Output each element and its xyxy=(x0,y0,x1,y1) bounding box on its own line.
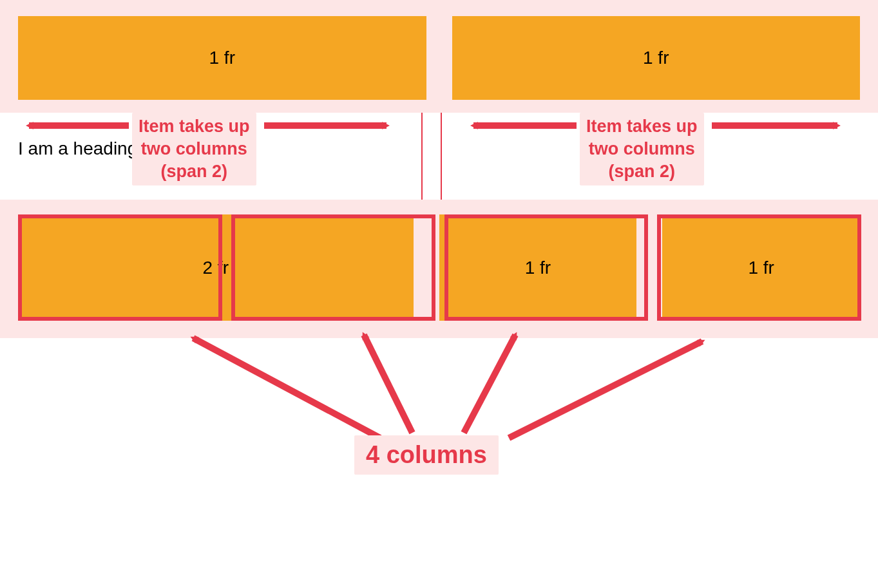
anno-line: two columns xyxy=(589,139,695,158)
grid-item-label: 1 fr xyxy=(643,48,669,68)
bottom-grid-item-1fr-b: 1 fr xyxy=(662,214,860,321)
anno-line: (span 2) xyxy=(609,162,676,181)
annotation-span-left: Item takes up two columns (span 2) xyxy=(132,113,256,185)
arrow-col-2 xyxy=(364,335,412,433)
grid-item-label: 1 fr xyxy=(209,48,235,68)
grid-item-label: 2 fr xyxy=(203,258,229,278)
page-heading: I am a heading xyxy=(18,138,137,159)
grid-item-label: 1 fr xyxy=(525,258,551,278)
heading-text: I am a heading xyxy=(18,138,137,158)
anno-line: (span 2) xyxy=(161,162,228,181)
grid-item-label: 1 fr xyxy=(748,258,774,278)
annotation-span-right: Item takes up two columns (span 2) xyxy=(580,113,704,185)
top-grid-item-2: 1 fr xyxy=(452,16,861,100)
arrow-col-3 xyxy=(464,335,515,433)
bottom-grid-item-1fr-a: 1 fr xyxy=(439,214,637,321)
bottom-grid: 2 fr 1 fr 1 fr xyxy=(18,214,860,321)
annotation-four-columns: 4 columns xyxy=(354,435,499,475)
arrow-col-1 xyxy=(193,338,380,438)
top-grid-item-1: 1 fr xyxy=(18,16,426,100)
bottom-grid-item-2fr: 2 fr xyxy=(18,214,414,321)
anno-line: Item takes up xyxy=(138,117,250,136)
anno-line: 4 columns xyxy=(366,441,487,468)
arrow-col-4 xyxy=(509,341,702,438)
top-grid: 1 fr 1 fr xyxy=(18,16,860,100)
anno-line: two columns xyxy=(141,139,247,158)
anno-line: Item takes up xyxy=(586,117,698,136)
